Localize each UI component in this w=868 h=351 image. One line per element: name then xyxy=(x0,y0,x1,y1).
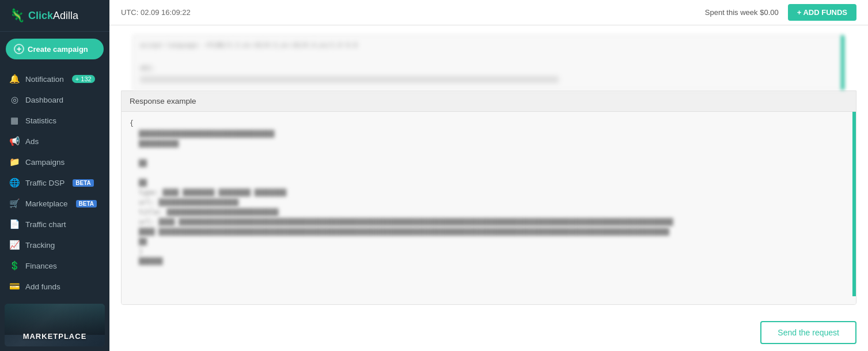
statistics-icon: ▦ xyxy=(9,115,20,126)
sidebar-item-ads[interactable]: 📢 Ads xyxy=(0,131,109,152)
logo-text: ClickAdilla xyxy=(28,10,78,22)
ads-icon: 📢 xyxy=(9,136,20,146)
beta-badge-dsp: BETA xyxy=(73,179,93,187)
notification-badge: + 132 xyxy=(72,75,95,83)
sidebar-banner: MARKETPLACE xyxy=(5,304,105,346)
bell-icon: 🔔 xyxy=(9,74,20,84)
code-top-section: accept-language: +FLND/3.3.en-US/0.5,en-… xyxy=(132,35,845,90)
campaigns-icon: 📁 xyxy=(9,157,20,167)
sidebar-item-dashboard[interactable]: ◎ Dashboard xyxy=(0,89,109,110)
sidebar-item-traffic-chart[interactable]: 📄 Traffic chart xyxy=(0,214,109,235)
beta-badge-marketplace: BETA xyxy=(76,200,97,207)
content-area: accept-language: +FLND/3.3.en-US/0.5,en-… xyxy=(109,25,868,351)
topbar-spent: Spent this week $0.00 xyxy=(705,8,779,17)
sidebar-item-statistics[interactable]: ▦ Statistics xyxy=(0,110,109,131)
sidebar-item-finances[interactable]: 💲 Finances xyxy=(0,255,109,276)
marketplace-icon: 🛒 xyxy=(9,198,20,209)
main-area: UTC: 02.09 16:09:22 Spent this week $0.0… xyxy=(109,0,868,351)
add-funds-icon: 💳 xyxy=(9,281,20,292)
response-header: Response example xyxy=(122,91,856,112)
tracking-icon: 📈 xyxy=(9,240,20,250)
sidebar-item-campaigns[interactable]: 📁 Campaigns xyxy=(0,152,109,172)
finances-icon: 💲 xyxy=(9,261,20,271)
response-body: { ██████████████████████████████████ ███… xyxy=(122,112,856,305)
create-campaign-button[interactable]: + Create campaign xyxy=(6,39,104,59)
sidebar-item-marketplace[interactable]: 🛒 Marketplace BETA xyxy=(0,193,109,214)
topbar-right: Spent this week $0.00 + ADD FUNDS xyxy=(705,4,856,21)
banner-label: MARKETPLACE xyxy=(23,332,87,341)
sidebar-item-add-funds[interactable]: 💳 Add funds xyxy=(0,276,109,297)
response-section: Response example { █████████████████████… xyxy=(121,90,856,305)
sidebar-item-notification[interactable]: 🔔 Notification + 132 xyxy=(0,69,109,89)
sidebar-item-tracking[interactable]: 📈 Tracking xyxy=(0,235,109,255)
topbar-time: UTC: 02.09 16:09:22 xyxy=(121,8,191,17)
logo-icon: 🦎 xyxy=(9,8,25,23)
add-funds-button[interactable]: + ADD FUNDS xyxy=(788,4,856,21)
send-request-area: Send the request xyxy=(109,314,868,351)
plus-icon: + xyxy=(14,44,24,54)
sidebar: 🦎 ClickAdilla + Create campaign 🔔 Notifi… xyxy=(0,0,109,351)
logo: 🦎 ClickAdilla xyxy=(0,0,109,32)
traffic-chart-icon: 📄 xyxy=(9,219,20,229)
dashboard-icon: ◎ xyxy=(9,95,20,105)
topbar: UTC: 02.09 16:09:22 Spent this week $0.0… xyxy=(109,0,868,25)
sidebar-nav: 🔔 Notification + 132 ◎ Dashboard ▦ Stati… xyxy=(0,66,109,299)
traffic-dsp-icon: 🌐 xyxy=(9,178,20,188)
sidebar-item-traffic-dsp[interactable]: 🌐 Traffic DSP BETA xyxy=(0,172,109,193)
send-request-button[interactable]: Send the request xyxy=(760,321,856,344)
